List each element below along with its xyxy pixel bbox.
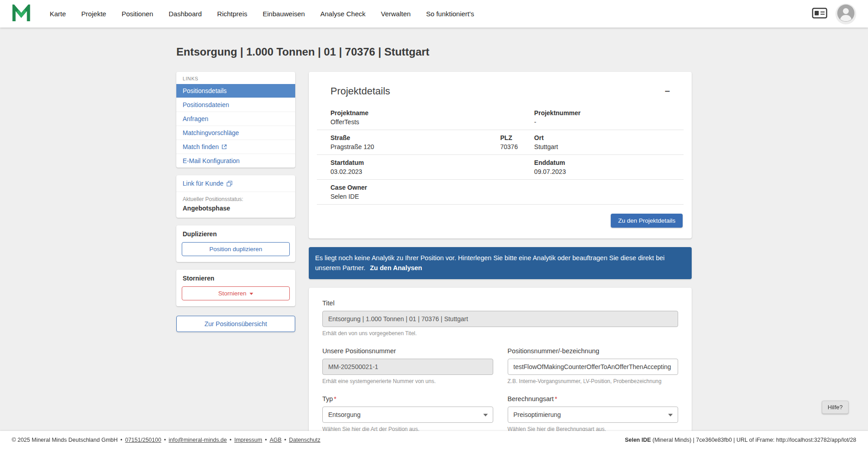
field-value: OfferTests	[330, 118, 534, 126]
field-label: Enddatum	[534, 159, 670, 166]
project-row: Projektname OfferTests Projektnummer -	[317, 105, 684, 130]
help-button[interactable]: Hilfe?	[822, 401, 849, 414]
typ-label: Typ*	[322, 395, 493, 402]
position-status: Aktueller Positionsstatus: Angebotsphase	[176, 192, 295, 218]
customer-link[interactable]: Link für Kunde	[176, 175, 295, 192]
titel-label: Titel	[322, 299, 678, 307]
main-nav: Karte Projekte Positionen Dashboard Rich…	[50, 10, 474, 18]
separator: •	[120, 437, 122, 443]
separator: •	[164, 437, 166, 443]
nav-analyse-check[interactable]: Analyse Check	[320, 10, 365, 18]
customer-link-label: Link für Kunde	[183, 180, 223, 187]
posnr-input	[322, 359, 493, 375]
field-label: Projektnummer	[534, 109, 670, 117]
chevron-down-icon	[483, 414, 488, 416]
typ-field: Typ* Entsorgung Wählen Sie hier die Art …	[322, 395, 493, 432]
bezeichnung-field: Positionsnummer/-bezeichnung Z.B. Intern…	[508, 347, 679, 384]
sidebar: LINKS Positionsdetails Positionsdateien …	[176, 72, 295, 332]
nav-einbauweisen[interactable]: Einbauweisen	[263, 10, 305, 18]
berechnungsart-select[interactable]: Preisoptimierung	[508, 407, 679, 423]
field-value: -	[534, 118, 670, 126]
posnr-field: Unsere Positionsnummer Erhält eine syste…	[322, 347, 493, 384]
required-marker: *	[334, 395, 336, 402]
project-fields: Projektname OfferTests Projektnummer - S…	[317, 105, 684, 205]
field-label: Startdatum	[330, 159, 534, 166]
footer: © 2025 Mineral Minds Deutschland GmbH • …	[0, 431, 868, 449]
duplicate-header: Duplizieren	[176, 225, 295, 241]
id-card-button[interactable]	[812, 8, 827, 20]
nav-verwalten[interactable]: Verwalten	[381, 10, 411, 18]
footer-email-link[interactable]: info@mineral-minds.de	[169, 437, 227, 443]
id-card-icon	[812, 8, 827, 20]
banner-text: Es liegt noch keine Analytik zu Ihrer Po…	[315, 254, 665, 271]
duplicate-card: Duplizieren Position duplizieren	[176, 225, 295, 262]
field-value: 70376	[500, 143, 534, 150]
project-row: Straße Pragstraße 120 PLZ 70376 Ort Stut…	[317, 130, 684, 155]
chevron-down-icon	[668, 414, 673, 416]
status-card: Link für Kunde Aktueller Positionsstatus…	[176, 175, 295, 218]
sidebar-item-anfragen[interactable]: Anfragen	[176, 112, 295, 126]
project-row: Case Owner Selen IDE	[317, 180, 684, 205]
nav-richtpreis[interactable]: Richtpreis	[217, 10, 247, 18]
page-container: Entsorgung | 1.000 Tonnen | 01 | 70376 |…	[176, 28, 692, 449]
sidebar-item-positionsdetails[interactable]: Positionsdetails	[176, 84, 295, 98]
mineral-minds-logo[interactable]	[12, 5, 31, 23]
chevron-down-icon	[250, 293, 253, 295]
nav-projekte[interactable]: Projekte	[81, 10, 106, 18]
duplicate-position-button[interactable]: Position duplizieren	[182, 242, 290, 256]
nav-dashboard[interactable]: Dashboard	[169, 10, 202, 18]
to-project-details-button[interactable]: Zu den Projektdetails	[611, 214, 683, 228]
field-value: 09.07.2023	[534, 168, 670, 175]
nav-so-funktionierts[interactable]: So funktioniert's	[426, 10, 474, 18]
posnr-label: Unsere Positionsnummer	[322, 347, 493, 355]
field-value: Selen IDE	[330, 193, 670, 200]
sidebar-item-matchingvorschlaege[interactable]: Matchingvorschläge	[176, 126, 295, 140]
project-details-title: Projektdetails	[330, 85, 390, 97]
separator: •	[284, 437, 286, 443]
titel-helper: Erhält den von uns vorgegebenen Titel.	[322, 330, 678, 337]
links-card: LINKS Positionsdetails Positionsdateien …	[176, 72, 295, 168]
copy-icon	[226, 181, 232, 187]
footer-session-info: Selen IDE (Mineral Minds) | 7ce360e83fb0…	[625, 437, 856, 443]
footer-user: Selen IDE	[625, 437, 651, 443]
footer-copyright: © 2025 Mineral Minds Deutschland GmbH	[12, 437, 118, 443]
footer-datenschutz-link[interactable]: Datenschutz	[289, 437, 320, 443]
footer-session-detail: (Mineral Minds) | 7ce360e83fb0 | URL of …	[651, 437, 856, 443]
berechnungsart-field: Berechnungsart* Preisoptimierung Wählen …	[508, 395, 679, 432]
analytics-info-banner: Es liegt noch keine Analytik zu Ihrer Po…	[309, 247, 692, 279]
required-marker: *	[555, 395, 557, 402]
cancel-position-button[interactable]: Stornieren	[182, 286, 290, 300]
titel-input	[322, 311, 678, 327]
bezeichnung-input[interactable]	[508, 359, 679, 375]
page-title: Entsorgung | 1.000 Tonnen | 01 | 70376 |…	[176, 46, 692, 58]
footer-impressum-link[interactable]: Impressum	[234, 437, 262, 443]
position-overview-button[interactable]: Zur Positionsübersicht	[176, 316, 295, 332]
user-avatar[interactable]	[835, 4, 856, 24]
separator: •	[230, 437, 231, 443]
nav-karte[interactable]: Karte	[50, 10, 66, 18]
to-analyses-link[interactable]: Zu den Analysen	[370, 264, 422, 271]
field-value: 03.02.2023	[330, 168, 534, 175]
links-card-header: LINKS	[176, 72, 295, 84]
typ-select[interactable]: Entsorgung	[322, 407, 493, 423]
sidebar-item-email-konfiguration[interactable]: E-Mail Konfiguration	[176, 154, 295, 168]
sidebar-item-match-finden[interactable]: Match finden	[176, 140, 295, 154]
berechnungsart-label: Berechnungsart*	[508, 395, 679, 402]
sidebar-item-positionsdateien[interactable]: Positionsdateien	[176, 98, 295, 112]
collapse-button[interactable]: −	[665, 87, 670, 96]
project-row: Startdatum 03.02.2023 Enddatum 09.07.202…	[317, 155, 684, 180]
header-actions	[812, 4, 856, 24]
footer-phone-link[interactable]: 07151/250100	[125, 437, 161, 443]
cancel-header: Stornieren	[176, 270, 295, 285]
footer-agb-link[interactable]: AGB	[269, 437, 281, 443]
status-value: Angebotsphase	[183, 205, 289, 212]
posnr-helper: Erhält eine systemgenerierte Nummer von …	[322, 378, 493, 384]
bezeichnung-helper: Z.B. Interne-Vorgangsnummer, LV-Position…	[508, 378, 679, 384]
field-label: Case Owner	[330, 184, 670, 191]
status-label: Aktueller Positionsstatus:	[183, 196, 289, 202]
nav-positionen[interactable]: Positionen	[122, 10, 153, 18]
field-label: Ort	[534, 134, 670, 141]
footer-left: © 2025 Mineral Minds Deutschland GmbH • …	[12, 437, 321, 443]
logo-icon	[12, 5, 31, 23]
field-value: Pragstraße 120	[330, 143, 500, 150]
